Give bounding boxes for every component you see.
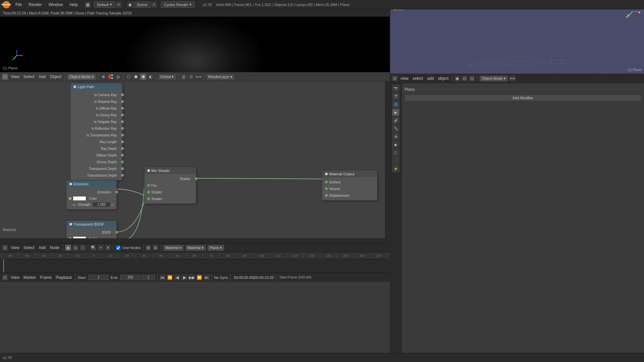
rp-mode-selector[interactable]: Object Mode ▾ — [479, 75, 508, 82]
rp-object[interactable]: object — [436, 75, 450, 81]
props-particle-icon[interactable]: · — [392, 157, 399, 164]
menu-file[interactable]: File — [14, 2, 23, 8]
render-layer-selector[interactable]: RenderLayer ▾ — [206, 74, 235, 80]
socket-is-glossy-ray[interactable] — [121, 114, 124, 116]
scene-icon[interactable]: ◆ — [127, 2, 133, 8]
rp-add[interactable]: add — [426, 75, 435, 81]
proportional-edit[interactable]: ⊙ — [188, 74, 194, 80]
object-menu[interactable]: Object — [49, 74, 63, 80]
menu-render[interactable]: Render — [27, 2, 43, 8]
socket-transparent-depth[interactable] — [121, 167, 124, 170]
props-texture-icon[interactable]: ⬡ — [392, 149, 399, 156]
view-menu[interactable]: View — [9, 74, 21, 80]
props-object-icon[interactable]: ▶ — [392, 109, 399, 116]
node-plus-icon[interactable]: + — [98, 245, 104, 251]
node-header-icon[interactable]: ⊡ — [2, 245, 8, 251]
render-engine-selector[interactable]: Cycles Render ▾ — [161, 1, 195, 8]
socket-shader-out[interactable] — [195, 177, 198, 180]
props-world-icon[interactable]: 🌐 — [392, 101, 399, 108]
node-view-menu[interactable]: View — [9, 245, 21, 251]
node-copy-icon[interactable]: ⧉ — [153, 245, 159, 251]
node-plane-selector[interactable]: Plane ▾ — [207, 245, 224, 251]
menu-help[interactable]: Help — [68, 2, 79, 8]
socket-ray-length[interactable] — [121, 140, 124, 143]
workspace-close[interactable]: ✕ — [116, 2, 122, 8]
play-icon[interactable]: ▶ — [181, 275, 187, 281]
node-add-menu[interactable]: Add — [37, 245, 47, 251]
socket-emission-color-in[interactable] — [69, 197, 71, 200]
render-icon[interactable]: ◐ — [148, 74, 154, 80]
transform-selector[interactable]: Global ▾ — [158, 74, 176, 80]
proportional-icon[interactable]: ◎ — [115, 74, 121, 80]
bt-marker[interactable]: Marker — [22, 275, 37, 281]
emission-strength-field[interactable]: 1.000 — [93, 202, 110, 207]
timeline-playhead[interactable] — [3, 259, 4, 273]
props-render-icon[interactable]: 📷 — [392, 84, 399, 92]
next-keyframe-icon[interactable]: ▶▶ — [189, 275, 195, 281]
node-world-icon[interactable]: ◎ — [72, 245, 78, 251]
props-material-icon[interactable]: ◉ — [392, 141, 399, 148]
timeline-bar[interactable] — [0, 259, 390, 273]
node-select-menu[interactable]: Select — [22, 245, 36, 251]
socket-is-reflection-ray[interactable] — [121, 127, 124, 130]
socket-is-diffuse-ray[interactable] — [121, 107, 124, 110]
workspace-icon-1[interactable]: ▦ — [85, 2, 91, 8]
socket-emission-out[interactable] — [115, 191, 118, 193]
add-modifier-btn[interactable]: Add Modifier — [405, 95, 641, 101]
emission-color-swatch[interactable] — [73, 196, 86, 201]
current-frame-field[interactable]: 1 — [142, 275, 155, 280]
socket-volume-in[interactable] — [325, 187, 328, 190]
prev-keyframe-icon[interactable]: ◀ — [174, 275, 180, 281]
play-end-icon[interactable]: ⏭ — [204, 275, 210, 281]
rp-align[interactable]: ⟺ — [509, 75, 516, 81]
node-obj-icon[interactable]: ⬡ — [80, 245, 86, 251]
rp-header-icon[interactable]: ⊡ — [392, 75, 398, 81]
use-nodes-checkbox[interactable] — [116, 246, 120, 250]
workspace-selector[interactable]: Default ▾ — [94, 1, 115, 8]
socket-diffuse-depth[interactable] — [121, 154, 124, 157]
bt-frame[interactable]: Frame — [39, 275, 53, 281]
rp-icon-2[interactable]: ⊡ — [462, 75, 468, 81]
solid-icon[interactable]: ⬢ — [133, 74, 139, 80]
socket-shader-in-1[interactable] — [147, 191, 150, 193]
node-close-icon[interactable]: ✕ — [105, 245, 111, 251]
play-start-icon[interactable]: ⏮ — [159, 275, 165, 281]
props-scene-icon[interactable]: 🎬 — [392, 93, 399, 100]
next-frame-icon[interactable]: ⏩ — [196, 275, 202, 281]
node-emission[interactable]: Emission Emission Color ◁ Strength: 1.00… — [66, 180, 117, 209]
end-frame-field[interactable]: 250 — [120, 275, 140, 280]
right-mini-viewport[interactable]: Camera Persp Meters (1) Plane X Y Z — [390, 0, 644, 74]
socket-glossy-depth[interactable] — [121, 161, 124, 163]
snap-element[interactable]: ||| — [181, 74, 187, 80]
wireframe-icon[interactable]: ⬡ — [125, 74, 131, 80]
node-editor[interactable]: Light Path Is Camera Ray Is Shadow Ray I… — [0, 81, 390, 243]
bt-playback[interactable]: Playback — [54, 275, 73, 281]
rp-view[interactable]: view — [399, 75, 410, 81]
socket-fac-in[interactable] — [147, 184, 150, 187]
node-render-layer[interactable]: Material ▾ — [185, 245, 206, 251]
menu-window[interactable]: Window — [47, 2, 64, 8]
socket-is-shadow-ray[interactable] — [121, 100, 124, 103]
socket-is-transmission-ray[interactable] — [121, 134, 124, 136]
material-type-selector[interactable]: Material ▾ — [163, 245, 184, 251]
scene-selector[interactable]: Scene — [134, 2, 150, 8]
socket-is-camera-ray[interactable] — [121, 94, 124, 96]
use-nodes-label[interactable]: Use Nodes — [122, 246, 141, 250]
node-mix-shader[interactable]: Mix Shader Shader Fac Shader Shader — [144, 167, 196, 204]
mirror-x[interactable]: ⟺ — [196, 74, 202, 80]
header-icon[interactable]: ⊡ — [2, 74, 8, 80]
prev-frame-icon[interactable]: ⏪ — [167, 275, 173, 281]
socket-surface-in[interactable] — [325, 181, 328, 183]
pivot-icon[interactable]: ⊕ — [100, 74, 106, 80]
socket-ray-depth[interactable] — [121, 147, 124, 150]
scene-close[interactable]: ✕ — [151, 2, 157, 8]
3d-viewport[interactable]: (1) Plane X Y Z — [0, 17, 390, 72]
props-physics-icon[interactable]: ⚡ — [392, 165, 399, 172]
socket-bsdf-out[interactable] — [115, 231, 118, 234]
mode-selector[interactable]: Object Mode ▾ — [67, 74, 96, 80]
socket-transmission-depth[interactable] — [121, 174, 124, 177]
props-constraint-icon[interactable]: 🔗 — [392, 117, 399, 124]
node-zoom-icon[interactable]: 🔍 — [90, 245, 96, 251]
add-menu[interactable]: Add — [37, 74, 47, 80]
socket-is-singular-ray[interactable] — [121, 120, 124, 123]
